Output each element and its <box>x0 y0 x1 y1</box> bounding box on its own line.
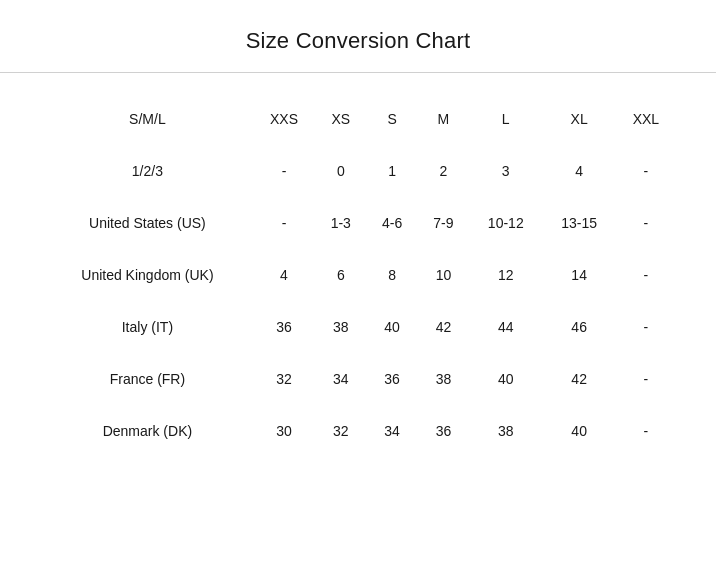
header-xxs: XXS <box>253 93 315 145</box>
cell-row4-col0: 32 <box>253 353 315 405</box>
cell-row4-col2: 36 <box>366 353 417 405</box>
header-xxl: XXL <box>616 93 676 145</box>
cell-row3-col5: 46 <box>542 301 615 353</box>
cell-row3-col6: - <box>616 301 676 353</box>
page-container: Size Conversion Chart S/M/L XXS XS S M L… <box>0 0 716 588</box>
table-row: United Kingdom (UK)468101214- <box>40 249 676 301</box>
cell-row0-col4: 3 <box>469 145 542 197</box>
cell-row0-col3: 2 <box>418 145 469 197</box>
header-m: M <box>418 93 469 145</box>
cell-row2-col2: 8 <box>366 249 417 301</box>
table-row: Denmark (DK)303234363840- <box>40 405 676 457</box>
cell-row5-col6: - <box>616 405 676 457</box>
cell-row4-col5: 42 <box>542 353 615 405</box>
cell-row3-col2: 40 <box>366 301 417 353</box>
cell-row0-col0: - <box>253 145 315 197</box>
cell-row3-col1: 38 <box>315 301 366 353</box>
cell-row4-col6: - <box>616 353 676 405</box>
cell-row1-col4: 10-12 <box>469 197 542 249</box>
header-xs: XS <box>315 93 366 145</box>
cell-row2-col6: - <box>616 249 676 301</box>
cell-row2-col0: 4 <box>253 249 315 301</box>
cell-row1-col3: 7-9 <box>418 197 469 249</box>
cell-row5-col2: 34 <box>366 405 417 457</box>
cell-row5-col0: 30 <box>253 405 315 457</box>
cell-row2-col3: 10 <box>418 249 469 301</box>
cell-row1-col0: - <box>253 197 315 249</box>
cell-row0-col5: 4 <box>542 145 615 197</box>
cell-row3-col0: 36 <box>253 301 315 353</box>
header-label-col: S/M/L <box>40 93 253 145</box>
header-s: S <box>366 93 417 145</box>
row-label: Italy (IT) <box>40 301 253 353</box>
table-row: France (FR)323436384042- <box>40 353 676 405</box>
cell-row1-col1: 1-3 <box>315 197 366 249</box>
cell-row0-col6: - <box>616 145 676 197</box>
header-xl: XL <box>542 93 615 145</box>
table-header-row: S/M/L XXS XS S M L XL XXL <box>40 93 676 145</box>
row-label: 1/2/3 <box>40 145 253 197</box>
cell-row2-col1: 6 <box>315 249 366 301</box>
cell-row1-col6: - <box>616 197 676 249</box>
cell-row5-col5: 40 <box>542 405 615 457</box>
row-label: United States (US) <box>40 197 253 249</box>
row-label: United Kingdom (UK) <box>40 249 253 301</box>
cell-row2-col4: 12 <box>469 249 542 301</box>
row-label: France (FR) <box>40 353 253 405</box>
row-label: Denmark (DK) <box>40 405 253 457</box>
size-conversion-table: S/M/L XXS XS S M L XL XXL 1/2/3-01234-Un… <box>40 93 676 457</box>
cell-row1-col2: 4-6 <box>366 197 417 249</box>
table-row: United States (US)-1-34-67-910-1213-15- <box>40 197 676 249</box>
cell-row2-col5: 14 <box>542 249 615 301</box>
cell-row1-col5: 13-15 <box>542 197 615 249</box>
cell-row4-col3: 38 <box>418 353 469 405</box>
cell-row5-col3: 36 <box>418 405 469 457</box>
cell-row4-col1: 34 <box>315 353 366 405</box>
cell-row0-col2: 1 <box>366 145 417 197</box>
cell-row3-col3: 42 <box>418 301 469 353</box>
cell-row5-col1: 32 <box>315 405 366 457</box>
cell-row4-col4: 40 <box>469 353 542 405</box>
table-row: Italy (IT)363840424446- <box>40 301 676 353</box>
title-section: Size Conversion Chart <box>0 0 716 72</box>
page-title: Size Conversion Chart <box>0 28 716 54</box>
cell-row3-col4: 44 <box>469 301 542 353</box>
table-container: S/M/L XXS XS S M L XL XXL 1/2/3-01234-Un… <box>0 73 716 487</box>
cell-row0-col1: 0 <box>315 145 366 197</box>
header-l: L <box>469 93 542 145</box>
table-row: 1/2/3-01234- <box>40 145 676 197</box>
cell-row5-col4: 38 <box>469 405 542 457</box>
